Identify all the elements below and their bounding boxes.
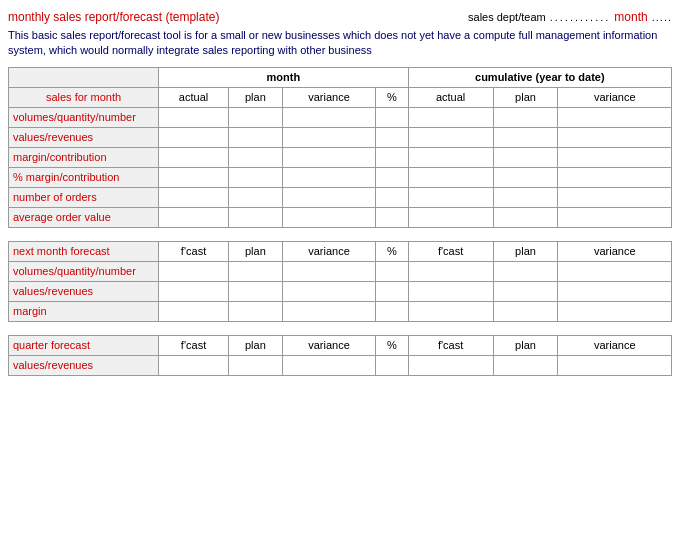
table-row: margin/contribution	[9, 147, 672, 167]
col-variance: variance	[282, 87, 376, 107]
col-pct: %	[376, 87, 408, 107]
cumulative-section-header: cumulative (year to date)	[408, 67, 671, 87]
volumes2-label: volumes/quantity/number	[9, 261, 159, 281]
col-plan6: plan	[493, 335, 558, 355]
margin2-label: margin	[9, 301, 159, 321]
section-header-row: month cumulative (year to date)	[9, 67, 672, 87]
sales-for-month-label: sales for month	[46, 91, 121, 103]
col-fcast1: f'cast	[159, 241, 229, 261]
month-dots: .....	[652, 11, 672, 23]
table-row: % margin/contribution	[9, 167, 672, 187]
table-row: number of orders	[9, 187, 672, 207]
quarter-header-row: quarter forecast f'cast plan variance % …	[9, 335, 672, 355]
col-plan4: plan	[493, 241, 558, 261]
col-variance5: variance	[282, 335, 376, 355]
month-section-header: month	[159, 67, 409, 87]
volumes-label: volumes/quantity/number	[9, 107, 159, 127]
spacer-row-1	[9, 227, 672, 241]
col-plan5: plan	[229, 335, 283, 355]
col-fcast3: f'cast	[159, 335, 229, 355]
col-plan2: plan	[493, 87, 558, 107]
col-fcast4: f'cast	[408, 335, 493, 355]
page-header: monthly sales report/forecast (template)…	[8, 10, 672, 24]
values2-label: values/revenues	[9, 281, 159, 301]
table-row: values/revenues	[9, 355, 672, 375]
col-pct2: %	[376, 241, 408, 261]
pct-margin-label: % margin/contribution	[9, 167, 159, 187]
quarter-forecast-label: quarter forecast	[9, 335, 159, 355]
spacer-row-2	[9, 321, 672, 335]
col-variance4: variance	[558, 241, 672, 261]
month-label: month	[614, 10, 647, 24]
sales-dept-label: sales dept/team	[468, 11, 546, 23]
table-row: values/revenues	[9, 127, 672, 147]
col-fcast2: f'cast	[408, 241, 493, 261]
table-row: values/revenues	[9, 281, 672, 301]
values3-label: values/revenues	[9, 355, 159, 375]
number-orders-label: number of orders	[9, 187, 159, 207]
dots-separator: ............	[550, 11, 611, 23]
header-right: sales dept/team ............ month .....	[468, 10, 672, 24]
next-month-header-row: next month forecast f'cast plan variance…	[9, 241, 672, 261]
table-row: volumes/quantity/number	[9, 261, 672, 281]
table-row: average order value	[9, 207, 672, 227]
table-row: volumes/quantity/number	[9, 107, 672, 127]
page-description: This basic sales report/forecast tool is…	[8, 28, 672, 59]
values-label: values/revenues	[9, 127, 159, 147]
col-variance6: variance	[558, 335, 672, 355]
empty-corner	[9, 67, 159, 87]
page-title: monthly sales report/forecast (template)	[8, 10, 219, 24]
col-plan3: plan	[229, 241, 283, 261]
col-plan: plan	[229, 87, 283, 107]
col-pct3: %	[376, 335, 408, 355]
col-variance2: variance	[558, 87, 672, 107]
col-actual2: actual	[408, 87, 493, 107]
col-actual: actual	[159, 87, 229, 107]
next-month-forecast-label: next month forecast	[9, 241, 159, 261]
col-header-row-1: sales for month actual plan variance % a…	[9, 87, 672, 107]
sales-report-table: month cumulative (year to date) sales fo…	[8, 67, 672, 376]
margin-label: margin/contribution	[9, 147, 159, 167]
table-row: margin	[9, 301, 672, 321]
col-variance3: variance	[282, 241, 376, 261]
avg-order-label: average order value	[9, 207, 159, 227]
empty-label: sales for month	[9, 87, 159, 107]
